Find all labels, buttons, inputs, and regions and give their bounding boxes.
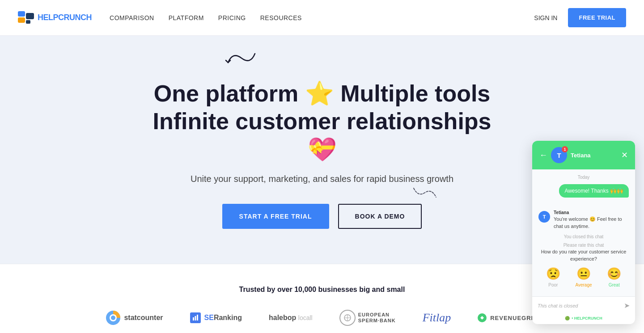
chat-branding: 🟢 • HELPCRUNCH bbox=[532, 314, 635, 324]
nav-links: COMPARISON PLATFORM PRICING RESOURCES bbox=[110, 14, 302, 21]
svg-rect-1 bbox=[18, 17, 25, 23]
revenuegrid-label: REVENUEGRID bbox=[490, 315, 538, 321]
chat-avatar: T 1 bbox=[551, 147, 567, 163]
rate-average-button[interactable]: 😐 Average bbox=[575, 267, 592, 287]
chat-msg-name: Tetiana bbox=[554, 210, 629, 215]
svg-rect-3 bbox=[26, 20, 30, 24]
chat-bubble-green: Awesome! Thanks 🙌🙌 bbox=[559, 184, 629, 198]
brand-revenuegrid: REVENUEGRID bbox=[478, 313, 538, 322]
chat-widget: ← T 1 Tetiana ✕ Today Awesome! Thanks 🙌🙌… bbox=[532, 141, 635, 324]
chat-agent-name: Tetiana bbox=[571, 152, 591, 159]
rate-poor-label: Poor bbox=[548, 282, 558, 287]
chat-close-button[interactable]: ✕ bbox=[621, 151, 628, 159]
rate-poor-emoji: 😟 bbox=[546, 267, 560, 281]
rate-great-emoji: 😊 bbox=[607, 267, 621, 281]
nav-right: SIGN IN FREE TRIAL bbox=[534, 8, 626, 27]
chat-date: Today bbox=[538, 175, 629, 180]
hero-buttons: START A FREE TRIAL BOOK A DEMO bbox=[222, 204, 422, 229]
svg-point-6 bbox=[111, 316, 115, 320]
seranking-icon bbox=[190, 312, 201, 323]
halebop-label: halebop locall bbox=[269, 314, 313, 322]
statcounter-label: statcounter bbox=[124, 314, 163, 322]
rate-great-label: Great bbox=[609, 282, 620, 287]
chat-system-rate: Please rate this chat bbox=[538, 243, 629, 248]
sign-in-link[interactable]: SIGN IN bbox=[534, 14, 557, 21]
chat-badge: 1 bbox=[562, 146, 568, 152]
rate-average-label: Average bbox=[575, 282, 592, 287]
brand-halebop: halebop locall bbox=[269, 314, 313, 322]
brand-statcounter: statcounter bbox=[106, 311, 163, 325]
book-demo-button[interactable]: BOOK A DEMO bbox=[338, 204, 422, 229]
svg-rect-9 bbox=[197, 315, 198, 320]
brand-fitlap: Fitlap bbox=[423, 311, 451, 325]
free-trial-button[interactable]: FREE TRIAL bbox=[568, 8, 626, 27]
hero-deco-bottom bbox=[411, 186, 438, 201]
nav-link-pricing[interactable]: PRICING bbox=[218, 14, 246, 21]
chat-footer: This chat is closed ➤ bbox=[532, 296, 635, 314]
chat-rate-buttons: 😟 Poor 😐 Average 😊 Great bbox=[538, 267, 629, 287]
chat-header: ← T 1 Tetiana ✕ bbox=[532, 141, 635, 169]
chat-footer-placeholder: This chat is closed bbox=[538, 303, 578, 308]
start-trial-button[interactable]: START A FREE TRIAL bbox=[222, 204, 329, 229]
esb-icon bbox=[339, 310, 356, 326]
hero-subtitle: Unite your support, marketing, and sales… bbox=[191, 174, 453, 184]
nav-link-platform[interactable]: PLATFORM bbox=[169, 14, 204, 21]
chat-system-closed: You closed this chat bbox=[538, 234, 629, 239]
chat-header-left: ← T 1 Tetiana bbox=[539, 147, 591, 163]
logo-icon bbox=[18, 11, 34, 25]
rate-great-button[interactable]: 😊 Great bbox=[607, 267, 621, 287]
chat-msg-avatar: T bbox=[538, 211, 550, 223]
chat-msg-content: Tetiana You're welcome 😊 Feel free to ch… bbox=[554, 210, 629, 230]
trusted-title: Trusted by over 10,000 businesses big an… bbox=[36, 286, 608, 294]
chat-msg-text: You're welcome 😊 Feel free to chat us an… bbox=[554, 216, 629, 230]
navbar: HELPCRUNCH COMPARISON PLATFORM PRICING R… bbox=[0, 0, 644, 36]
brand-seranking: SERanking bbox=[190, 312, 242, 323]
rate-poor-button[interactable]: 😟 Poor bbox=[546, 267, 560, 287]
nav-link-resources[interactable]: RESOURCES bbox=[260, 14, 302, 21]
chat-body: Today Awesome! Thanks 🙌🙌 T Tetiana You'r… bbox=[532, 169, 635, 296]
statcounter-icon bbox=[106, 311, 120, 325]
chat-send-button[interactable]: ➤ bbox=[624, 301, 630, 310]
hero-deco-top bbox=[224, 49, 259, 69]
rate-average-emoji: 😐 bbox=[576, 267, 591, 281]
logo-text: HELPCRUNCH bbox=[38, 13, 92, 22]
helpcrunch-brand-text: • HELPCRUNCH bbox=[572, 316, 602, 320]
svg-rect-2 bbox=[26, 13, 34, 19]
svg-rect-7 bbox=[193, 317, 194, 320]
hero-headline: One platform ⭐ Multiple tools Infinite c… bbox=[148, 80, 496, 163]
nav-left: HELPCRUNCH COMPARISON PLATFORM PRICING R… bbox=[18, 11, 302, 25]
fitlap-label: Fitlap bbox=[423, 311, 451, 325]
seranking-label: SERanking bbox=[204, 314, 242, 322]
chat-back-button[interactable]: ← bbox=[539, 151, 547, 160]
chat-rate-question: How do you rate your customer service ex… bbox=[538, 249, 629, 262]
brand-esb: EUROPEAN SPERM·BANK bbox=[339, 310, 396, 326]
logo[interactable]: HELPCRUNCH bbox=[18, 11, 92, 25]
esb-label: EUROPEAN bbox=[358, 312, 396, 318]
chat-agent-message: T Tetiana You're welcome 😊 Feel free to … bbox=[538, 210, 629, 230]
svg-rect-0 bbox=[18, 11, 25, 17]
trusted-logos: statcounter SERanking halebop locall EUR… bbox=[36, 310, 608, 326]
revenuegrid-icon bbox=[478, 313, 487, 322]
svg-rect-8 bbox=[195, 316, 196, 320]
helpcrunch-branding: 🟢 bbox=[565, 316, 570, 320]
nav-link-comparison[interactable]: COMPARISON bbox=[110, 14, 154, 21]
